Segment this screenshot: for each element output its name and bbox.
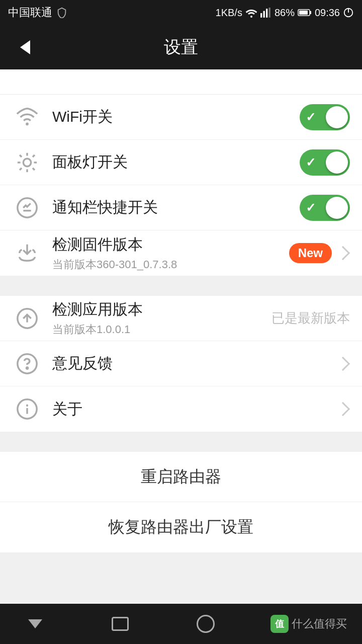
svg-line-19: [20, 168, 22, 170]
panel-light-title: 面板灯开关: [52, 152, 294, 173]
toggle-check-icon: ✓: [306, 155, 316, 170]
app-version-status: 已是最新版本: [272, 309, 350, 327]
carrier-text: 中国联通: [8, 5, 52, 20]
wifi-content: WiFi开关: [52, 107, 294, 127]
svg-rect-7: [299, 11, 308, 15]
back-button[interactable]: [10, 32, 40, 62]
svg-rect-6: [310, 11, 311, 14]
about-right-area: [338, 404, 350, 414]
nav-brand-text: 什么值得买: [292, 616, 347, 631]
network-speed: 1KB/s: [216, 7, 242, 19]
feedback-row[interactable]: 意见反馈: [0, 341, 362, 386]
notification-toggle-area[interactable]: ✓: [300, 195, 350, 221]
bottom-buttons: 重启路由器 恢复路由器出厂设置: [0, 452, 362, 552]
feedback-content: 意见反馈: [52, 353, 332, 374]
power-icon: [343, 7, 354, 18]
svg-line-18: [33, 155, 35, 157]
wifi-row[interactable]: WiFi开关 ✓: [0, 95, 362, 140]
about-content: 关于: [52, 399, 332, 420]
partial-row: [0, 69, 362, 95]
bottom-spacer: [0, 552, 362, 603]
help-icon: [12, 349, 42, 379]
firmware-content: 检测固件版本 当前版本360-301_0.7.3.8: [52, 234, 283, 272]
app-version-content: 检测应用版本 当前版本1.0.0.1: [52, 299, 265, 337]
nav-back-button[interactable]: [15, 604, 55, 644]
panel-light-content: 面板灯开关: [52, 152, 294, 173]
status-bar: 中国联通 1KB/s 86% 09:36: [0, 0, 362, 25]
svg-point-10: [26, 122, 29, 125]
firmware-title: 检测固件版本: [52, 234, 283, 255]
time-text: 09:36: [315, 7, 340, 19]
svg-rect-4: [268, 8, 270, 18]
app-version-subtitle: 当前版本1.0.0.1: [52, 322, 265, 337]
nav-brand-icon: 值: [270, 615, 289, 633]
restart-label: 重启路由器: [141, 466, 221, 488]
panel-light-toggle-area[interactable]: ✓: [300, 149, 350, 176]
svg-line-17: [33, 168, 35, 170]
section-separator-2: [0, 441, 362, 452]
svg-rect-2: [263, 11, 264, 18]
svg-line-16: [20, 155, 22, 157]
wifi-toggle-area[interactable]: ✓: [300, 104, 350, 130]
feedback-right-area: [338, 359, 350, 369]
app-version-title: 检测应用版本: [52, 299, 265, 320]
status-bar-left: 中国联通: [8, 5, 67, 20]
svg-rect-3: [266, 9, 267, 18]
signal-icon: [260, 8, 272, 18]
about-title: 关于: [52, 399, 332, 420]
notification-toggle[interactable]: ✓: [300, 195, 350, 221]
settings-section-top: WiFi开关 ✓ 面板灯开关: [0, 95, 362, 276]
nav-home-icon: [197, 615, 215, 633]
battery-icon: [298, 8, 312, 17]
toggle-knob: [326, 151, 348, 174]
svg-point-0: [250, 16, 252, 18]
panel-light-toggle[interactable]: ✓: [300, 149, 350, 176]
app-bar: 设置: [0, 25, 362, 69]
toggle-check-icon: ✓: [306, 201, 316, 215]
factory-reset-button[interactable]: 恢复路由器出厂设置: [0, 502, 362, 552]
restart-button[interactable]: 重启路由器: [0, 452, 362, 502]
wifi-toggle[interactable]: ✓: [300, 104, 350, 130]
chevron-right-icon: [336, 246, 350, 260]
firmware-subtitle: 当前版本360-301_0.7.3.8: [52, 257, 283, 272]
nav-home-button[interactable]: [186, 604, 226, 644]
app-version-status-area: 已是最新版本: [272, 309, 350, 327]
new-badge: New: [289, 243, 332, 263]
status-bar-right: 1KB/s 86% 09:36: [216, 7, 354, 19]
svg-point-25: [26, 367, 28, 369]
wifi-icon: [12, 102, 42, 132]
svg-rect-1: [260, 13, 262, 18]
firmware-row[interactable]: 检测固件版本 当前版本360-301_0.7.3.8 New: [0, 230, 362, 276]
notification-content: 通知栏快捷开关: [52, 197, 294, 218]
factory-reset-label: 恢复路由器出厂设置: [109, 516, 253, 538]
shield-icon: [56, 7, 67, 18]
notification-row[interactable]: 通知栏快捷开关 ✓: [0, 185, 362, 230]
download-icon: [12, 238, 42, 268]
app-version-row[interactable]: 检测应用版本 当前版本1.0.0.1 已是最新版本: [0, 296, 362, 341]
wifi-status-icon: [245, 8, 257, 18]
svg-point-11: [23, 158, 31, 166]
upload-icon: [12, 303, 42, 334]
battery-text: 86%: [275, 7, 295, 19]
toggle-check-icon: ✓: [306, 110, 316, 124]
nav-brand[interactable]: 值 什么值得买: [270, 615, 347, 633]
firmware-right-area[interactable]: New: [289, 243, 350, 263]
back-arrow-icon: [20, 40, 30, 54]
toggle-knob: [326, 197, 348, 219]
page-title: 设置: [40, 36, 322, 59]
nav-recents-button[interactable]: [100, 604, 140, 644]
nav-bar: 值 什么值得买: [0, 604, 362, 644]
panel-light-row[interactable]: 面板灯开关 ✓: [0, 140, 362, 185]
nav-down-icon: [28, 619, 42, 628]
feedback-title: 意见反馈: [52, 353, 332, 374]
wifi-title: WiFi开关: [52, 107, 294, 127]
nav-recents-icon: [112, 617, 129, 631]
notification-icon: [12, 193, 42, 223]
notification-title: 通知栏快捷开关: [52, 197, 294, 218]
brightness-icon: [12, 147, 42, 178]
info-icon: [12, 394, 42, 424]
chevron-right-icon: [336, 402, 350, 416]
about-row[interactable]: 关于: [0, 386, 362, 432]
toggle-knob: [326, 106, 348, 128]
chevron-right-icon: [336, 356, 350, 370]
